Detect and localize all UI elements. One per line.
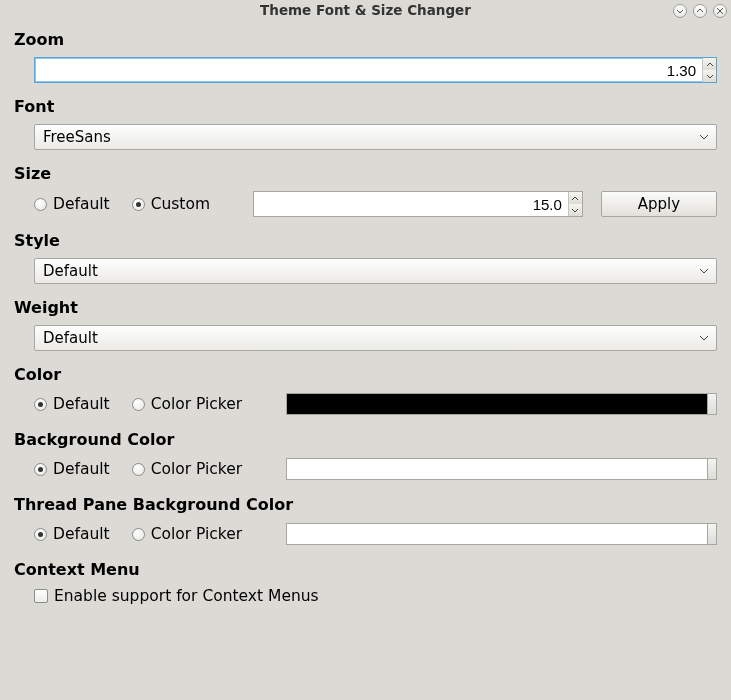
bg-section: Background Color Default Color Picker	[14, 430, 717, 481]
window-buttons	[673, 4, 727, 18]
radio-icon	[132, 528, 145, 541]
window-title: Theme Font & Size Changer	[260, 2, 471, 18]
size-label: Size	[14, 164, 717, 183]
context-menu-checkbox-label: Enable support for Context Menus	[54, 587, 319, 605]
radio-icon	[34, 398, 47, 411]
font-select[interactable]: FreeSans	[34, 124, 717, 150]
dialog-content: Zoom Font FreeSans Size Defau	[0, 22, 731, 605]
zoom-spin-down[interactable]	[703, 70, 716, 82]
bg-picker-radio[interactable]: Color Picker	[132, 460, 243, 478]
bg-swatch[interactable]	[286, 458, 708, 480]
zoom-spin-up[interactable]	[703, 58, 716, 70]
chevron-down-icon	[696, 335, 712, 341]
color-label: Color	[14, 365, 717, 384]
color-swatch[interactable]	[286, 393, 708, 415]
checkbox-icon	[34, 589, 48, 603]
weight-select[interactable]: Default	[34, 325, 717, 351]
color-swatch-wrap	[286, 392, 717, 416]
style-section: Style Default	[14, 231, 717, 284]
style-select[interactable]: Default	[34, 258, 717, 284]
weight-label: Weight	[14, 298, 717, 317]
size-section: Size Default Custom Apply	[14, 164, 717, 217]
thread-bg-default-label: Default	[53, 525, 110, 543]
context-menu-checkbox[interactable]: Enable support for Context Menus	[34, 587, 319, 605]
zoom-input[interactable]	[35, 58, 702, 82]
zoom-spinner[interactable]	[34, 57, 717, 83]
radio-icon	[34, 198, 47, 211]
weight-section: Weight Default	[14, 298, 717, 351]
minimize-button[interactable]	[673, 4, 687, 18]
size-spin-up[interactable]	[569, 192, 582, 204]
thread-bg-label: Thread Pane Background Color	[14, 495, 717, 514]
zoom-section: Zoom	[14, 30, 717, 83]
radio-icon	[132, 463, 145, 476]
thread-bg-picker-label: Color Picker	[151, 525, 243, 543]
bg-picker-label: Color Picker	[151, 460, 243, 478]
thread-bg-default-radio[interactable]: Default	[34, 525, 110, 543]
size-custom-radio[interactable]: Custom	[132, 195, 210, 213]
size-default-label: Default	[53, 195, 110, 213]
thread-bg-swatch-handle[interactable]	[708, 523, 717, 545]
thread-bg-swatch-wrap	[286, 522, 717, 546]
color-default-radio[interactable]: Default	[34, 395, 110, 413]
apply-button[interactable]: Apply	[601, 191, 717, 217]
bg-swatch-wrap	[286, 457, 717, 481]
chevron-down-icon	[696, 268, 712, 274]
radio-icon	[34, 463, 47, 476]
radio-icon	[132, 398, 145, 411]
size-spinner[interactable]	[253, 191, 583, 217]
close-button[interactable]	[713, 4, 727, 18]
style-label: Style	[14, 231, 717, 250]
radio-icon	[34, 528, 47, 541]
bg-label: Background Color	[14, 430, 717, 449]
thread-bg-picker-radio[interactable]: Color Picker	[132, 525, 243, 543]
thread-bg-section: Thread Pane Background Color Default Col…	[14, 495, 717, 546]
color-default-label: Default	[53, 395, 110, 413]
zoom-spin-buttons	[702, 58, 716, 82]
color-section: Color Default Color Picker	[14, 365, 717, 416]
style-select-value: Default	[43, 262, 696, 280]
size-default-radio[interactable]: Default	[34, 195, 110, 213]
size-spin-buttons	[568, 192, 582, 216]
font-select-value: FreeSans	[43, 128, 696, 146]
color-picker-label: Color Picker	[151, 395, 243, 413]
maximize-button[interactable]	[693, 4, 707, 18]
font-label: Font	[14, 97, 717, 116]
context-menu-label: Context Menu	[14, 560, 717, 579]
size-custom-label: Custom	[151, 195, 210, 213]
size-input[interactable]	[254, 192, 568, 216]
size-spin-down[interactable]	[569, 204, 582, 216]
weight-select-value: Default	[43, 329, 696, 347]
bg-swatch-handle[interactable]	[708, 458, 717, 480]
zoom-label: Zoom	[14, 30, 717, 49]
bg-default-label: Default	[53, 460, 110, 478]
context-menu-section: Context Menu Enable support for Context …	[14, 560, 717, 605]
font-section: Font FreeSans	[14, 97, 717, 150]
thread-bg-swatch[interactable]	[286, 523, 708, 545]
bg-default-radio[interactable]: Default	[34, 460, 110, 478]
titlebar: Theme Font & Size Changer	[0, 0, 731, 22]
color-swatch-handle[interactable]	[708, 393, 717, 415]
color-picker-radio[interactable]: Color Picker	[132, 395, 243, 413]
chevron-down-icon	[696, 134, 712, 140]
radio-icon	[132, 198, 145, 211]
